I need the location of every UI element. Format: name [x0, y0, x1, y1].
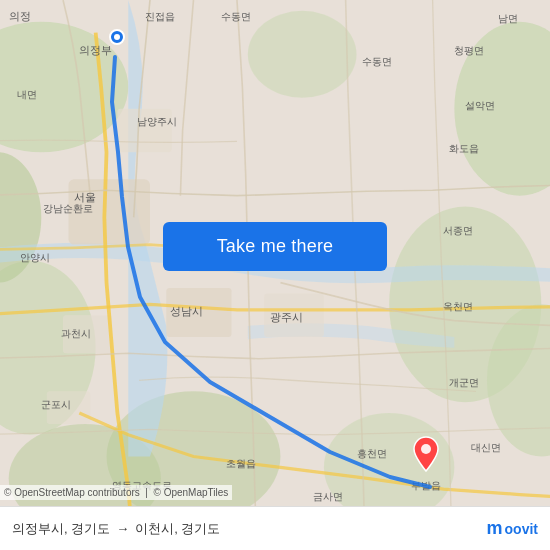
- svg-text:과천시: 과천시: [61, 328, 91, 339]
- route-destination: 이천시, 경기도: [135, 520, 220, 538]
- svg-text:수동면: 수동면: [221, 11, 251, 22]
- svg-text:수동면: 수동면: [362, 56, 392, 67]
- svg-text:부발읍: 부발읍: [411, 480, 441, 491]
- svg-text:서종면: 서종면: [443, 225, 473, 236]
- route-arrow: →: [116, 521, 129, 536]
- svg-text:초월읍: 초월읍: [226, 458, 256, 469]
- svg-text:화도읍: 화도읍: [449, 143, 479, 154]
- route-origin: 의정부시, 경기도: [12, 520, 110, 538]
- svg-text:성남시: 성남시: [170, 305, 203, 317]
- logo-text: oovit: [505, 521, 538, 537]
- footer-bar: 의정부시, 경기도 → 이천시, 경기도 m oovit: [0, 506, 550, 550]
- svg-text:내면: 내면: [17, 89, 37, 100]
- svg-text:대신면: 대신면: [471, 442, 501, 453]
- svg-text:남면: 남면: [498, 13, 518, 24]
- svg-point-49: [114, 34, 120, 40]
- moovit-logo: m oovit: [487, 518, 538, 539]
- svg-text:금사면: 금사면: [313, 491, 343, 502]
- origin-marker: [108, 28, 126, 46]
- svg-text:군포시: 군포시: [41, 399, 71, 410]
- svg-text:의정: 의정: [9, 10, 31, 22]
- take-me-there-button[interactable]: Take me there: [163, 222, 387, 271]
- map-container: 의정부 서울 남양주시 하남시 성남시 광주시 과천시 군포시 강남순환로 서종…: [0, 0, 550, 550]
- attribution: © OpenStreetMap contributors | © OpenMap…: [0, 485, 232, 500]
- svg-text:광주시: 광주시: [270, 311, 303, 323]
- destination-marker: [412, 435, 440, 470]
- svg-text:개군면: 개군면: [449, 377, 479, 388]
- footer-route: 의정부시, 경기도 → 이천시, 경기도: [12, 520, 487, 538]
- svg-text:의정부: 의정부: [79, 44, 112, 56]
- svg-text:남양주시: 남양주시: [137, 116, 177, 127]
- svg-text:서울: 서울: [74, 191, 96, 203]
- svg-point-10: [248, 11, 357, 98]
- svg-text:옥천면: 옥천면: [443, 301, 473, 312]
- svg-text:강남순환로: 강남순환로: [43, 203, 93, 214]
- osm-attribution: © OpenStreetMap contributors: [4, 487, 140, 498]
- svg-text:진접읍: 진접읍: [145, 11, 175, 22]
- omt-attribution: © OpenMapTiles: [154, 487, 229, 498]
- svg-text:안양시: 안양시: [20, 252, 50, 263]
- svg-point-50: [421, 444, 431, 454]
- svg-text:흥천면: 흥천면: [357, 448, 387, 459]
- logo-letter-m: m: [487, 518, 503, 539]
- svg-text:청평면: 청평면: [454, 45, 484, 56]
- svg-text:설악면: 설악면: [465, 100, 495, 111]
